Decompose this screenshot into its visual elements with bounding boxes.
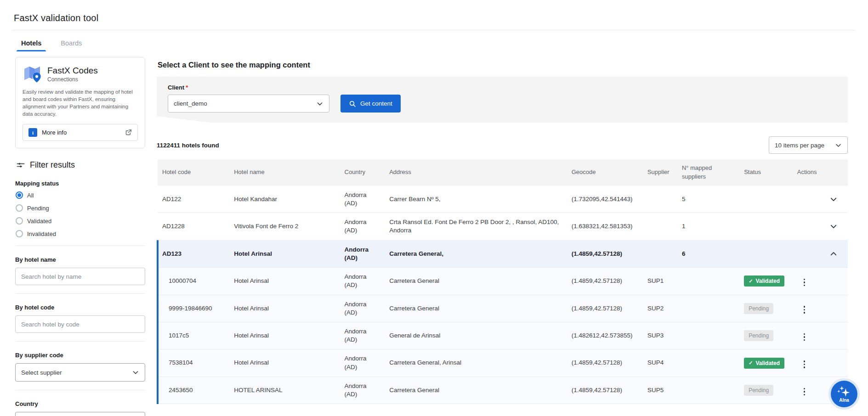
country-cell: Andorra (AD) [340, 240, 385, 267]
get-content-button[interactable]: Get content [340, 95, 401, 112]
radio-option-validated[interactable]: Validated [16, 217, 145, 225]
expand-row-button[interactable] [828, 193, 840, 205]
hotel-code-cell: AD123 [158, 240, 229, 267]
hotel-name-cell: Hotel Arinsal [229, 240, 340, 267]
hotel-name-cell: Hotel Arinsal [229, 349, 340, 377]
hotel-name-cell: Vitivola Font de Ferro 2 [229, 213, 340, 240]
supplier-mapping-row: 10000704Hotel ArinsalAndorra (AD)Carrete… [158, 268, 848, 295]
mapped-suppliers-cell [677, 268, 739, 295]
row-actions-menu-button[interactable] [797, 386, 812, 397]
expand-row-button[interactable] [828, 220, 840, 232]
row-actions-menu-button[interactable] [797, 276, 812, 288]
card-description: Easily review and validate the mapping o… [23, 89, 138, 118]
supplier-select-value: Select supplier [21, 369, 62, 376]
filter-results-header: Filter results [16, 160, 145, 170]
geocode-cell: (1.732095,42.541443) [567, 186, 643, 213]
country-cell: Andorra (AD) [340, 186, 385, 213]
alna-assistant-circle: Alna [831, 381, 857, 407]
hotel-code-input[interactable] [15, 315, 145, 333]
client-label: Client* [168, 84, 837, 91]
radio-input-validated[interactable] [16, 217, 23, 225]
hotel-table-body: AD122Hotel KandaharAndorra (AD)Carrer Be… [158, 186, 848, 404]
status-cell [739, 240, 793, 267]
status-cell: Pending [739, 377, 793, 404]
hotel-row[interactable]: AD1228Vitivola Font de Ferro 2Andorra (A… [158, 213, 848, 240]
radio-option-pending[interactable]: Pending [16, 204, 145, 212]
hotel-name-cell: Hotel Arinsal [229, 322, 340, 349]
client-section-heading: Select a Client to see the mapping conte… [158, 61, 848, 69]
hotel-row[interactable]: AD122Hotel KandaharAndorra (AD)Carrer Be… [158, 186, 848, 213]
geocode-cell: (1.482612,42.573855) [567, 322, 643, 349]
radio-input-all[interactable] [16, 191, 23, 199]
column-header-supplier: Supplier [643, 159, 677, 186]
status-badge-label: Pending [749, 387, 769, 394]
radio-input-invalidated[interactable] [16, 230, 23, 237]
filter-divider [15, 341, 145, 342]
header-divider [12, 30, 856, 30]
hotel-code-filter-label: By hotel code [15, 304, 145, 311]
status-badge: Pending [744, 330, 773, 341]
mapped-suppliers-cell: 5 [677, 186, 739, 213]
hotel-row[interactable]: AD123Hotel ArinsalAndorra (AD)Carretera … [158, 240, 848, 267]
hotel-code-cell: AD1228 [158, 213, 229, 240]
radio-input-pending[interactable] [16, 204, 23, 212]
results-bar: 1122411 hotels found 10 items per page [157, 136, 848, 154]
supplier-cell [643, 186, 677, 213]
filter-divider [15, 390, 145, 390]
collapse-row-button[interactable] [828, 248, 840, 260]
chevron-down-icon [835, 142, 842, 149]
supplier-cell: SUP1 [643, 268, 677, 295]
kebab-icon [799, 360, 810, 368]
geocode-cell: (1.638321,42.581353) [567, 213, 643, 240]
country-cell: Andorra (AD) [340, 295, 385, 322]
actions-cell [793, 349, 848, 377]
status-badge-label: Pending [749, 305, 769, 312]
radio-option-all[interactable]: All [16, 191, 145, 199]
radio-label-validated: Validated [27, 218, 51, 225]
more-info-button[interactable]: i More info [23, 124, 138, 141]
hotel-name-cell: Hotel Arinsal [229, 295, 340, 322]
country-cell: Andorra (AD) [340, 322, 385, 349]
tab-hotels[interactable]: Hotels [20, 36, 42, 51]
status-badge-label: Validated [755, 360, 780, 367]
geocode-cell: (1.4859,42.57128) [567, 295, 643, 322]
get-content-label: Get content [360, 100, 392, 107]
mapped-suppliers-cell [677, 322, 739, 349]
supplier-mapping-row: 2453650HOTEL ARINSALAndorra (AD)Carreter… [158, 377, 848, 404]
card-header: FastX Codes Connections [23, 65, 138, 83]
supplier-filter-label: By supplier code [15, 352, 145, 359]
alna-assistant-button[interactable]: Alna [828, 378, 860, 410]
address-cell: General de Arinsal [385, 322, 567, 349]
filter-results-title: Filter results [30, 160, 75, 170]
hotel-name-cell: Hotel Arinsal [229, 268, 340, 295]
hotel-mapping-table: Hotel code Hotel name Country Address Ge… [157, 159, 848, 404]
chevron-up-icon [829, 250, 838, 258]
row-actions-menu-button[interactable] [797, 359, 812, 370]
radio-option-invalidated[interactable]: Invalidated [16, 230, 145, 237]
map-icon [23, 65, 43, 83]
page-title: FastX validation tool [14, 13, 856, 23]
hotel-code-cell: 7538104 [158, 349, 229, 377]
column-header-address: Address [385, 159, 567, 186]
actions-cell [793, 322, 848, 349]
radio-label-all: All [27, 192, 34, 199]
status-cell: Pending [739, 322, 793, 349]
row-actions-menu-button[interactable] [797, 331, 812, 343]
hotel-code-cell: 2453650 [158, 377, 229, 404]
country-cell: Andorra (AD) [340, 349, 385, 377]
hotel-name-input[interactable] [15, 268, 145, 285]
row-actions-menu-button[interactable] [797, 304, 812, 315]
actions-cell [793, 240, 848, 267]
client-label-text: Client [168, 84, 184, 91]
client-select[interactable]: client_demo [168, 95, 329, 112]
search-icon [349, 100, 356, 107]
supplier-select[interactable]: Select supplier [15, 363, 145, 382]
hotel-name-cell: Hotel Kandahar [229, 186, 340, 213]
column-header-hotel-code: Hotel code [158, 159, 229, 186]
country-select[interactable]: Select Country [15, 412, 145, 416]
kebab-icon [799, 279, 810, 287]
content-area: FastX Codes Connections Easily review an… [0, 51, 868, 416]
tab-boards[interactable]: Boards [60, 36, 83, 51]
actions-cell [793, 213, 848, 240]
page-size-select[interactable]: 10 items per page [769, 136, 848, 154]
